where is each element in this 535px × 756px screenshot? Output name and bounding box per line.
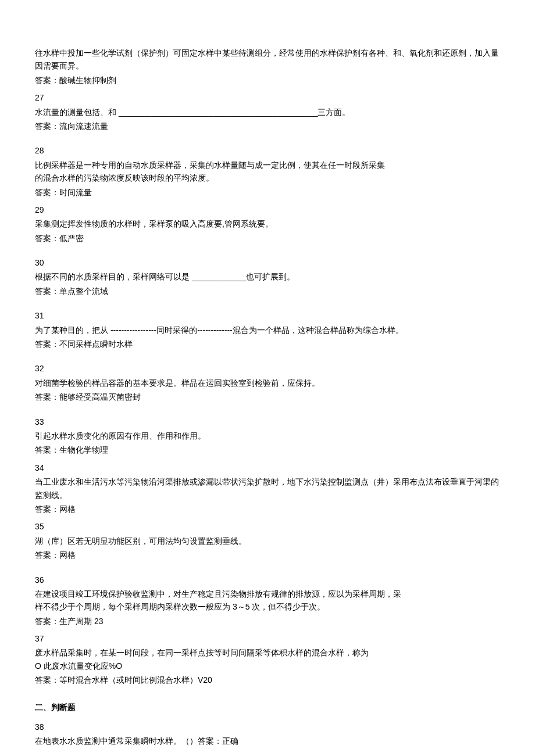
question-number: 39 [35,753,500,756]
question-number: 34 [35,461,500,474]
answer-text: 答案：能够经受高温灭菌密封 [35,390,500,403]
fill-in-section: 往水样中投加一些化学试剂（保护剂）可固定水样中某些待测组分，经常使用的水样保护剂… [35,46,500,687]
qa-item: 37 废水样品采集时，在某一时间段，在同一采样点按等时间间隔采等体积水样的混合水… [35,632,500,687]
qa-item: 28 比例采样器是一种专用的自动水质采样器，采集的水样量随与成一定比例，使其在任… [35,144,500,199]
question-number: 35 [35,520,500,533]
answer-text: 答案：流向流速流量 [35,120,500,132]
answer-text: 答案：网格 [35,549,500,561]
question-text: 引起水样水质变化的原因有作用、作用和作用。 [35,429,500,442]
qa-item: 39 地表水监测所用的敞开式采样器为开口容器，用于采集表层水和靠近表层的水。当有… [35,753,500,756]
answer-text: 答案：低严密 [35,232,500,245]
answer-text: 答案：等时混合水样（或时间比例混合水样）V20 [35,673,500,686]
question-text: 比例采样器是一种专用的自动水质采样器，采集的水样量随与成一定比例，使其在任一时段… [35,159,500,185]
question-number: 31 [35,309,500,322]
question-number: 38 [35,721,500,733]
section-title-judgment: 二、判断题 [35,701,500,714]
qa-item: 29 采集测定挥发性物质的水样时，采样泵的吸入高度要,管网系统要。 答案：低严密 [35,203,500,245]
answer-text: 答案：生产周期 23 [35,615,500,628]
question-text: 采集测定挥发性物质的水样时，采样泵的吸入高度要,管网系统要。 [35,217,500,230]
question-text: 废水样品采集时，在某一时间段，在同一采样点按等时间间隔采等体积水样的混合水样，称… [35,646,500,672]
qa-item: 往水样中投加一些化学试剂（保护剂）可固定水样中某些待测组分，经常使用的水样保护剂… [35,46,500,87]
answer-text: 答案：生物化学物理 [35,443,500,456]
answer-text: 答案：时间流量 [35,186,500,199]
question-number: 29 [35,203,500,216]
qa-item: 34 当工业废水和生活污水等污染物沿河渠排放或渗漏以带状污染扩散时，地下水污染控… [35,461,500,516]
qa-item: 38 在地表水水质监测中通常采集瞬时水样。（）答案：正确 [35,721,500,748]
question-text: 湖（库）区若无明显功能区别，可用法均匀设置监测垂线。 [35,535,500,547]
question-text: 对细菌学检验的样品容器的基本要求是。样品在运回实验室到检验前，应保持。 [35,377,500,389]
question-number: 30 [35,256,500,269]
qa-item: 35 湖（库）区若无明显功能区别，可用法均匀设置监测垂线。 答案：网格 [35,520,500,561]
question-number: 28 [35,144,500,157]
answer-text: 答案：单点整个流域 [35,285,500,298]
question-text: 水流量的测量包括、和 _____________________________… [35,106,500,119]
question-text: 当工业废水和生活污水等污染物沿河渠排放或渗漏以带状污染扩散时，地下水污染控制监测… [35,475,500,501]
qa-item: 31 为了某种目的，把从 -----------------同时采得的-----… [35,309,500,350]
question-number: 33 [35,415,500,428]
qa-item: 32 对细菌学检验的样品容器的基本要求是。样品在运回实验室到检验前，应保持。 答… [35,362,500,403]
question-text: 往水样中投加一些化学试剂（保护剂）可固定水样中某些待测组分，经常使用的水样保护剂… [35,46,500,73]
qa-item: 36 在建设项目竣工环境保护验收监测中，对生产稳定且污染物排放有规律的排放源，应… [35,574,500,628]
question-number: 27 [35,91,500,104]
qa-item: 27 水流量的测量包括、和 __________________________… [35,91,500,132]
question-number: 36 [35,574,500,586]
qa-item: 30 根据不同的水质采样目的，采样网络可以是 ____________也可扩展到… [35,256,500,298]
qa-item: 33 引起水样水质变化的原因有作用、作用和作用。 答案：生物化学物理 [35,415,500,457]
answer-text: 答案：网格 [35,503,500,515]
judgment-section: 38 在地表水水质监测中通常采集瞬时水样。（）答案：正确 39 地表水监测所用的… [35,721,500,756]
question-text: 为了某种目的，把从 -----------------同时采得的--------… [35,324,500,336]
question-text: 根据不同的水质采样目的，采样网络可以是 ____________也可扩展到。 [35,270,500,283]
question-number: 32 [35,362,500,375]
question-text: 在建设项目竣工环境保护验收监测中，对生产稳定且污染物排放有规律的排放源，应以为采… [35,587,500,614]
question-text: 在地表水水质监测中通常采集瞬时水样。（）答案：正确 [35,734,500,747]
question-number: 37 [35,632,500,645]
answer-text: 答案：不同采样点瞬时水样 [35,338,500,350]
answer-text: 答案：酸碱生物抑制剂 [35,74,500,87]
